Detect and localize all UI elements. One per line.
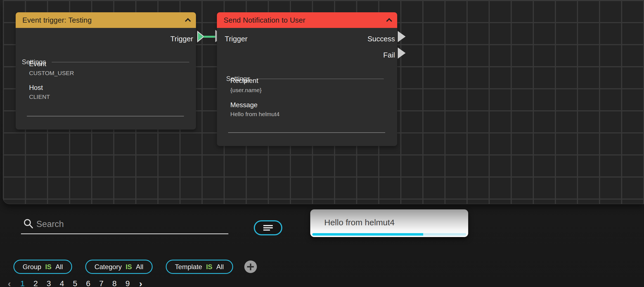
pagination-page-3[interactable]: 3 [42,279,55,287]
output-port-label-success[interactable]: Success [368,35,395,43]
plus-icon [247,264,254,270]
input-port-label-trigger[interactable]: Trigger [225,35,247,43]
pagination-page-8[interactable]: 8 [108,279,121,287]
chip-field: Group [23,263,41,271]
field-value-host[interactable]: CLIENT [29,94,50,100]
filter-chip-template[interactable]: Template IS All [166,260,233,274]
field-value-message[interactable]: Hello from helmut4 [230,111,280,118]
node-canvas[interactable]: Event trigger: Testing Trigger Settings … [3,0,644,204]
pagination-page-4[interactable]: 4 [55,279,68,287]
filter-lines-icon [263,224,273,232]
chip-operator: IS [126,263,132,271]
pagination-page-5[interactable]: 5 [68,279,82,287]
pagination-page-6[interactable]: 6 [82,279,95,287]
chip-operator: IS [206,263,212,271]
toast-progress-fill [312,233,423,236]
collapse-chevron-up-icon[interactable] [185,18,191,24]
collapse-chevron-up-icon[interactable] [386,18,392,24]
node-event-trigger-header[interactable]: Event trigger: Testing [16,12,196,28]
node-bottom-divider [27,116,184,116]
pagination: ‹ 1 2 3 4 5 6 7 8 9 › [3,279,147,287]
chip-value: All [136,263,143,271]
field-label-host: Host [29,84,43,92]
toast-notification[interactable]: Hello from helmut4 [310,209,468,237]
node-title: Send Notification to User [224,16,306,25]
chip-field: Category [94,263,122,271]
field-label-recipient: Recipient [230,77,258,85]
filter-chip-group[interactable]: Group IS All [13,260,72,274]
output-port-label-trigger[interactable]: Trigger [171,35,193,43]
node-send-notification[interactable]: Send Notification to User Trigger Succes… [217,12,397,146]
pagination-page-2[interactable]: 2 [29,279,42,287]
chip-operator: IS [45,263,52,271]
chip-value: All [55,263,63,271]
pagination-page-9[interactable]: 9 [121,279,134,287]
output-port-success-icon[interactable] [398,31,406,42]
search-input[interactable] [36,218,182,231]
node-title: Event trigger: Testing [22,16,92,25]
output-port-label-fail[interactable]: Fail [383,51,395,59]
node-send-notification-header[interactable]: Send Notification to User [217,12,397,28]
filter-chips-row: Group IS All Category IS All Template IS… [13,260,257,274]
filter-chip-category[interactable]: Category IS All [85,260,153,274]
pagination-prev-chevron[interactable]: ‹ [3,279,16,287]
pagination-next-chevron[interactable]: › [134,279,147,287]
pagination-page-7[interactable]: 7 [95,279,108,287]
toast-progress-track [312,233,466,236]
node-bottom-divider [228,132,385,133]
field-label-message: Message [230,101,257,109]
search-underline [21,233,228,234]
chip-value: All [216,263,224,271]
chip-field: Template [175,263,202,271]
workflow-editor: Event trigger: Testing Trigger Settings … [0,0,644,287]
field-label-event: Event [29,60,46,68]
output-port-fail-icon[interactable] [398,47,406,59]
settings-divider [52,62,189,62]
filter-sort-button[interactable] [254,220,282,235]
toast-message: Hello from helmut4 [324,218,395,227]
search-icon [23,218,34,229]
field-value-event[interactable]: CUSTOM_USER [29,70,74,76]
pagination-page-1[interactable]: 1 [16,279,29,287]
settings-divider [256,79,384,79]
add-filter-button[interactable] [244,260,257,273]
field-value-recipient[interactable]: {user.name} [230,87,262,94]
node-event-trigger[interactable]: Event trigger: Testing Trigger Settings … [16,12,196,130]
